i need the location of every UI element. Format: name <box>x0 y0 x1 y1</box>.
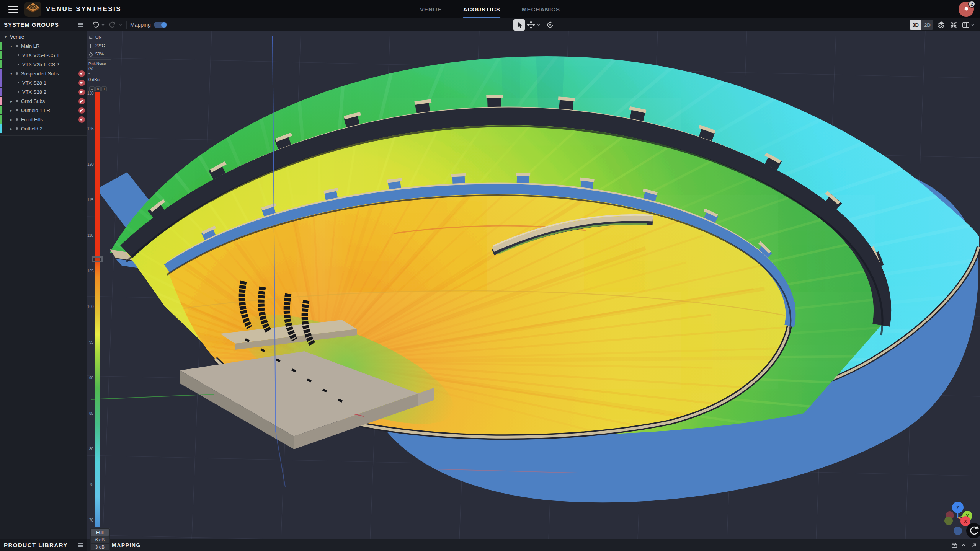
venue-3d-scene[interactable] <box>87 31 980 539</box>
tree-item-label: VTX S28 1 <box>22 80 46 86</box>
caret-right-icon[interactable]: ▸ <box>10 99 16 103</box>
caret-right-icon[interactable]: ▸ <box>10 127 16 131</box>
colorbar-tick-90: 90 <box>87 376 93 380</box>
item-dot-icon <box>16 127 18 130</box>
caret-down-icon[interactable]: ▾ <box>5 35 10 39</box>
orbit-tool-button[interactable] <box>545 20 555 30</box>
mapping-toggle[interactable] <box>154 22 167 28</box>
tree-item-vtx-s28-1[interactable]: VTX S28 1 <box>0 78 87 87</box>
axis-x-ball[interactable]: X <box>960 516 970 526</box>
tab-venue[interactable]: VENUE <box>420 0 442 18</box>
tree-item-grnd-subs[interactable]: ▸Grnd Subs <box>0 96 87 106</box>
mute-icon[interactable] <box>78 107 85 114</box>
colorbar-range-panel: Full6 dB3 dB <box>90 528 110 551</box>
notifications-button[interactable]: 2 <box>959 2 974 17</box>
move-icon <box>527 21 535 29</box>
main-tabs: VENUEACOUSTICSMECHANICS <box>420 0 560 18</box>
mute-icon[interactable] <box>78 89 85 95</box>
tree-item-outfield-1-lr[interactable]: ▸Outfield 1 LR <box>0 106 87 115</box>
tree-item-label: Venue <box>10 34 24 40</box>
mode-2d-button[interactable]: 2D <box>921 20 933 30</box>
colorbar-tick-115: 115 <box>87 198 93 202</box>
caret-down-icon[interactable]: ▾ <box>10 72 16 76</box>
item-dot-icon <box>16 45 18 47</box>
mute-icon[interactable] <box>78 116 85 123</box>
item-dot-icon <box>16 118 18 121</box>
tree-item-outfield-2[interactable]: ▸Outfield 2 <box>0 124 87 133</box>
fit-view-button[interactable] <box>949 20 959 30</box>
select-tool-button[interactable] <box>513 19 525 31</box>
redo-button[interactable] <box>108 20 118 30</box>
item-dot-icon <box>18 82 19 83</box>
range-full-button[interactable]: Full <box>91 529 109 536</box>
cursor-icon <box>515 21 523 29</box>
redo-chevron-icon[interactable] <box>118 20 123 30</box>
mute-icon[interactable] <box>78 80 85 86</box>
snapshot-box-icon[interactable] <box>951 542 958 549</box>
axis-neg-y-ball[interactable] <box>944 517 953 525</box>
colorbar-tick-70: 70 <box>87 518 93 522</box>
colorbar-handle[interactable] <box>92 256 103 262</box>
panel-menu-icon[interactable] <box>78 23 83 27</box>
colorbar-tick-75: 75 <box>87 483 93 487</box>
orientation-gizmo[interactable]: Z Y X <box>934 494 980 539</box>
tab-acoustics[interactable]: ACOUSTICS <box>463 0 500 18</box>
hamburger-menu-icon[interactable] <box>8 6 18 13</box>
tree-divider <box>0 135 87 136</box>
tree-item-main-lr[interactable]: ▾Main LR <box>0 41 87 51</box>
reset-view-button[interactable] <box>966 523 980 538</box>
group-color-bar <box>0 42 2 50</box>
mute-icon[interactable] <box>78 70 85 77</box>
undo-button[interactable] <box>90 20 100 30</box>
item-dot-icon <box>18 54 19 56</box>
mute-icon[interactable] <box>78 98 85 104</box>
caret-right-icon[interactable]: ▸ <box>10 117 16 122</box>
system-groups-panel: ▾Venue▾Main LRVTX V25-II-CS 1VTX V25-II-… <box>0 31 87 539</box>
toggle-knob <box>161 22 167 28</box>
tree-item-vtx-v25-ii-cs-1[interactable]: VTX V25-II-CS 1 <box>0 51 87 60</box>
axis-z-ball[interactable]: Z <box>952 502 964 513</box>
tree-item-vtx-v25-ii-cs-2[interactable]: VTX V25-II-CS 2 <box>0 60 87 69</box>
viewport-layout-icon <box>962 21 970 29</box>
tab-mechanics[interactable]: MECHANICS <box>522 0 560 18</box>
viewport-layout-chevron-icon[interactable] <box>970 20 975 30</box>
layers-button[interactable] <box>936 20 946 30</box>
colorbar-tick-120: 120 <box>87 162 93 166</box>
undo-chevron-icon[interactable] <box>100 20 106 30</box>
chevron-up-icon[interactable] <box>960 542 967 549</box>
item-dot-icon <box>16 72 18 75</box>
caret-down-icon[interactable]: ▾ <box>10 44 16 48</box>
mapping-bottom-bar[interactable]: MAPPING <box>87 539 980 551</box>
tree-item-front-fills[interactable]: ▸Front Fills <box>0 115 87 124</box>
arrow-up-right-icon[interactable] <box>971 542 978 549</box>
dimension-mode-switch: 3D 2D <box>910 20 933 30</box>
range-3-db-button[interactable]: 3 dB <box>91 544 109 550</box>
tree-item-suspended-subs[interactable]: ▾Suspended Subs <box>0 69 87 78</box>
svg-text:Z: Z <box>956 505 959 510</box>
product-library-menu-icon[interactable] <box>78 543 83 547</box>
colorbar-tick-85: 85 <box>87 411 93 416</box>
app-window: VENUE SYNTHESIS VENUEACOUSTICSMECHANICS … <box>0 0 980 551</box>
caret-right-icon[interactable]: ▸ <box>10 108 16 112</box>
group-color-bar <box>0 115 2 124</box>
group-color-bar <box>0 60 2 68</box>
product-library-bar[interactable]: PRODUCT LIBRARY <box>0 539 87 551</box>
colorbar-gradient[interactable] <box>95 92 100 527</box>
viewport-layout-button[interactable] <box>961 20 971 30</box>
colorbar-tick-95: 95 <box>87 340 93 344</box>
move-tool-chevron-icon[interactable] <box>536 20 541 30</box>
tree-item-vtx-s28-2[interactable]: VTX S28 2 <box>0 87 87 96</box>
top-bar: VENUE SYNTHESIS VENUEACOUSTICSMECHANICS … <box>0 0 980 18</box>
mapping-toggle-label: Mapping <box>130 18 151 31</box>
range-6-db-button[interactable]: 6 dB <box>91 536 109 543</box>
move-tool-button[interactable] <box>526 20 536 30</box>
tree-item-venue[interactable]: ▾Venue <box>0 32 87 41</box>
tree-item-label: VTX V25-II-CS 2 <box>22 62 59 67</box>
tree-item-label: Outfield 2 <box>21 126 42 132</box>
tree-item-label: Grnd Subs <box>21 98 45 104</box>
mode-3d-button[interactable]: 3D <box>910 20 921 30</box>
svg-text:X: X <box>964 519 967 524</box>
acoustic-3d-viewport[interactable]: ON 22°C 50% Pink Noise (A) - 0 dBu − <box>87 31 980 539</box>
axis-neg-z-ball[interactable] <box>954 527 962 535</box>
tree-item-label: Outfield 1 LR <box>21 108 50 113</box>
